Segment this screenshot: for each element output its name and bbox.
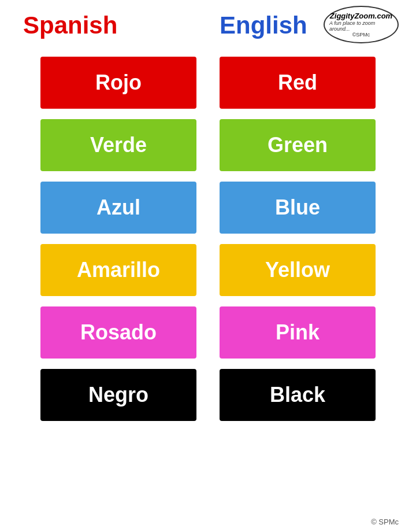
page-footer: © SPMc [371, 518, 399, 526]
spanish-label-red: Rojo [95, 71, 142, 95]
color-row: AzulBlue [23, 182, 393, 234]
spanish-color-box-yellow: Amarillo [40, 244, 196, 296]
ziggityzoom-logo: ZiggityZoom.com A fun place to zoom arou… [324, 6, 399, 43]
color-list: RojoRedVerdeGreenAzulBlueAmarilloYellowR… [0, 45, 416, 427]
english-label-yellow: Yellow [265, 258, 330, 282]
english-color-box-yellow: Yellow [220, 244, 376, 296]
color-row: NegroBlack [23, 369, 393, 421]
spanish-label-blue: Azul [96, 195, 140, 220]
english-color-box-black: Black [220, 369, 376, 421]
color-row: RosadoPink [23, 306, 393, 359]
english-label-pink: Pink [276, 320, 320, 345]
spanish-color-box-black: Negro [40, 369, 196, 421]
spanish-label-green: Verde [90, 133, 147, 157]
spanish-label-yellow: Amarillo [77, 258, 160, 282]
spanish-color-box-green: Verde [40, 119, 196, 171]
english-label-black: Black [270, 383, 325, 407]
spanish-label-pink: Rosado [80, 320, 157, 345]
spanish-header-label: Spanish [23, 12, 196, 39]
color-row: VerdeGreen [23, 119, 393, 171]
spanish-color-box-pink: Rosado [40, 306, 196, 359]
english-color-box-pink: Pink [220, 306, 376, 359]
logo-sub-text: A fun place to zoom around... [329, 20, 393, 32]
english-color-box-blue: Blue [220, 182, 376, 234]
spanish-label-black: Negro [88, 383, 148, 407]
logo-copyright: ©SPMc [352, 32, 370, 38]
color-row: AmarilloYellow [23, 244, 393, 296]
english-label-red: Red [278, 71, 317, 95]
english-color-box-red: Red [220, 57, 376, 109]
english-label-green: Green [268, 133, 328, 157]
color-row: RojoRed [23, 57, 393, 109]
spanish-color-box-red: Rojo [40, 57, 196, 109]
page-header: Spanish English ZiggityZoom.com A fun pl… [0, 0, 416, 45]
spanish-color-box-blue: Azul [40, 182, 196, 234]
logo-main-text: ZiggityZoom.com [330, 12, 392, 20]
english-color-box-green: Green [220, 119, 376, 171]
english-label-blue: Blue [275, 195, 320, 220]
